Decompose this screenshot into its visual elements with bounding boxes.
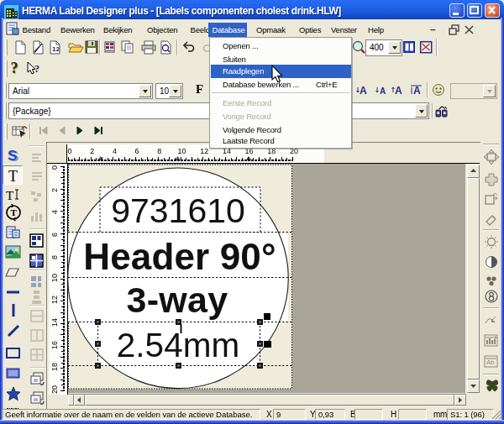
svg-text:Ab: Ab [486, 359, 495, 366]
